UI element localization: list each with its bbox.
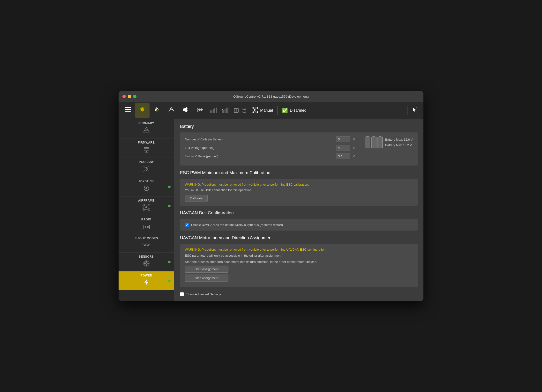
- flight-mode-button[interactable]: Manual: [248, 105, 276, 116]
- esc-box: WARNING: Propellers must be removed from…: [180, 179, 418, 206]
- toolbar-divider-2: [277, 106, 278, 115]
- svg-rect-39: [144, 147, 149, 148]
- drone-icon: [251, 107, 258, 114]
- battery-grid: Number of Cells (in Series) S Full Volta…: [185, 136, 413, 162]
- cells-input[interactable]: [336, 136, 350, 142]
- cells-row: Number of Cells (in Series) S: [185, 136, 358, 142]
- uavcan-bus-title: UAVCAN Bus Configuration: [180, 211, 418, 216]
- svg-point-62: [144, 261, 148, 265]
- joystick-status-dot: [168, 186, 171, 188]
- svg-point-46: [145, 187, 147, 189]
- settings-button[interactable]: ⚙: [135, 103, 150, 118]
- svg-rect-20: [222, 110, 223, 113]
- svg-point-8: [156, 109, 157, 110]
- full-voltage-input[interactable]: [336, 145, 350, 151]
- svg-rect-15: [211, 110, 212, 113]
- svg-marker-42: [145, 151, 148, 152]
- airframe-status-dot: [168, 205, 171, 207]
- svg-point-29: [252, 107, 254, 109]
- empty-voltage-unit: V: [353, 154, 358, 158]
- svg-rect-1: [125, 109, 131, 110]
- sidebar-item-joystick[interactable]: JOYSTICK: [119, 177, 174, 196]
- sidebar-item-power[interactable]: POWER: [119, 271, 174, 290]
- summary-icon: [143, 126, 150, 136]
- advanced-settings-checkbox[interactable]: [180, 292, 184, 296]
- svg-point-61: [145, 262, 147, 264]
- stop-assignment-button[interactable]: Stop Assignment: [185, 275, 228, 282]
- window-title: QGroundControl v2.7.1-813-gade1559 (Deve…: [233, 95, 309, 98]
- minimize-button[interactable]: [128, 95, 131, 98]
- uavcan-bus-checkbox[interactable]: [185, 223, 189, 227]
- calibrate-button[interactable]: Calibrate: [185, 195, 208, 202]
- sensors-icon: [143, 260, 150, 269]
- vehicle-icon: B: [153, 106, 160, 115]
- svg-rect-59: [147, 226, 149, 227]
- close-button[interactable]: [122, 95, 126, 98]
- cursor-button[interactable]: [408, 104, 422, 117]
- toolbar-divider-1: [247, 106, 247, 115]
- joystick-icon: [143, 184, 150, 194]
- battery-fields: Number of Cells (in Series) S Full Volta…: [185, 136, 358, 162]
- power-status-dot: [168, 280, 171, 282]
- na-status: N/A N/A: [241, 108, 246, 113]
- plan-button[interactable]: [164, 103, 179, 118]
- disarmed-label: Disarmed: [290, 108, 306, 113]
- svg-marker-36: [413, 108, 416, 112]
- svg-rect-28: [236, 109, 237, 112]
- svg-rect-22: [225, 109, 226, 113]
- vehicle-button[interactable]: B: [150, 103, 164, 118]
- flight-mode-label: Manual: [260, 108, 273, 113]
- sidebar-item-px4flow[interactable]: PX4FLOW: [119, 158, 174, 177]
- full-voltage-unit: V: [353, 146, 358, 150]
- sidebar-item-firmware[interactable]: FIRMWARE: [119, 138, 174, 158]
- svg-rect-56: [143, 225, 150, 229]
- battery-icon-toolbar: [231, 108, 241, 113]
- uavcan-motor-box: WARNING: Propellers must be removed from…: [180, 244, 418, 287]
- svg-rect-60: [147, 227, 149, 228]
- radio-icon: [142, 223, 151, 232]
- uavcan-bus-label: Enable UAVCAN as the default MAIN output…: [191, 223, 283, 227]
- window-controls: [122, 95, 136, 98]
- svg-marker-6: [156, 107, 158, 109]
- disarmed-button[interactable]: ✅ Disarmed: [279, 106, 310, 115]
- sidebar-item-sensors[interactable]: SENSORS: [119, 253, 174, 271]
- power-icon: [143, 279, 150, 288]
- main-area: SUMMARY FIRMWARE: [119, 119, 423, 301]
- battery-visual: Battery Max: 12.6 V Battery Min: 10.2 V: [365, 136, 413, 148]
- uavcan-motor-desc1: ESC parameters will only be accessible i…: [185, 253, 413, 258]
- sidebar-item-summary[interactable]: SUMMARY: [119, 119, 174, 138]
- content-panel: Battery Number of Cells (in Series) S Fu…: [174, 119, 423, 301]
- battery-box: Number of Cells (in Series) S Full Volta…: [180, 132, 418, 166]
- svg-marker-64: [144, 279, 148, 285]
- battery-icon: [365, 136, 383, 148]
- svg-rect-14: [210, 110, 211, 113]
- menu-button[interactable]: [120, 103, 135, 118]
- advanced-settings-row: Show Advanced Settings: [180, 292, 418, 296]
- check-icon: ✅: [282, 108, 288, 113]
- airframe-icon: [142, 204, 151, 213]
- sidebar-item-airframe[interactable]: AIRFRAME: [119, 196, 174, 215]
- cursor-icon: [412, 107, 418, 114]
- empty-voltage-label: Empty Voltage (per cell): [185, 154, 333, 158]
- toolbar-divider-3: [407, 106, 407, 115]
- firmware-icon: [143, 146, 150, 155]
- uavcan-motor-title: UAVCAN Motor Index and Direction Assignm…: [180, 235, 418, 240]
- svg-text:■: ■: [222, 109, 223, 110]
- sidebar-item-flight-modes[interactable]: FLIGHT MODES: [119, 234, 174, 253]
- uavcan-motor-desc2: Start the process, then turn each motor …: [185, 260, 413, 264]
- svg-point-30: [256, 107, 258, 109]
- battery-min: Battery Min: 10.2 V: [385, 142, 413, 148]
- svg-rect-17: [214, 108, 215, 113]
- start-assignment-button[interactable]: Start Assignment: [185, 266, 228, 273]
- fly-button[interactable]: [179, 103, 193, 118]
- sidebar-item-radio[interactable]: RADIO: [119, 215, 174, 234]
- link-button[interactable]: [193, 103, 208, 118]
- advanced-settings-label: Show Advanced Settings: [186, 292, 221, 296]
- svg-rect-2: [125, 111, 131, 112]
- maximize-button[interactable]: [133, 95, 136, 98]
- empty-voltage-input[interactable]: [336, 153, 350, 159]
- cells-unit: S: [353, 138, 358, 141]
- esc-info: You must use USB connection for this ope…: [185, 188, 413, 192]
- svg-rect-24: [227, 108, 228, 113]
- svg-rect-21: [223, 110, 224, 113]
